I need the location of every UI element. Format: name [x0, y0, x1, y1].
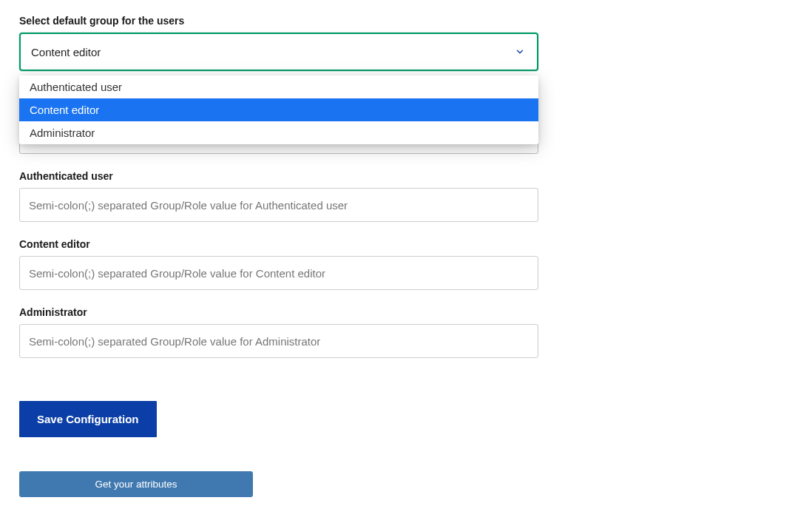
administrator-input[interactable] — [19, 324, 538, 358]
save-configuration-button[interactable]: Save Configuration — [19, 401, 157, 437]
authenticated-user-label: Authenticated user — [19, 170, 538, 182]
default-group-select[interactable]: Content editor — [19, 33, 538, 71]
content-editor-label: Content editor — [19, 238, 538, 250]
dropdown-option-authenticated-user[interactable]: Authenticated user — [19, 75, 538, 98]
administrator-label: Administrator — [19, 306, 538, 318]
authenticated-user-field: Authenticated user — [19, 170, 538, 222]
dropdown-option-administrator[interactable]: Administrator — [19, 121, 538, 144]
default-group-field: Select default group for the users Conte… — [19, 15, 538, 71]
content-editor-field: Content editor — [19, 238, 538, 290]
form-container: Select default group for the users Conte… — [19, 15, 538, 497]
default-group-label: Select default group for the users — [19, 15, 538, 27]
authenticated-user-input[interactable] — [19, 188, 538, 222]
chevron-down-icon — [515, 47, 525, 57]
default-group-dropdown: Authenticated user Content editor Admini… — [19, 75, 538, 144]
default-group-select-wrapper: Content editor Authenticated user Conten… — [19, 33, 538, 71]
get-your-attributes-button[interactable]: Get your attributes — [19, 471, 253, 497]
administrator-field: Administrator — [19, 306, 538, 358]
content-editor-input[interactable] — [19, 256, 538, 290]
default-group-selected-value: Content editor — [31, 46, 101, 58]
dropdown-option-content-editor[interactable]: Content editor — [19, 98, 538, 121]
